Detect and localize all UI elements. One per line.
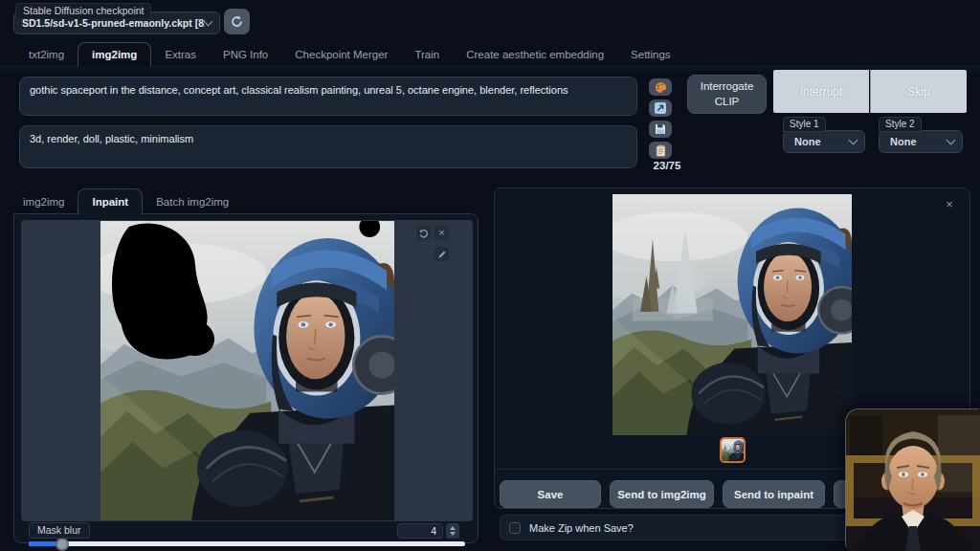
close-gallery-button[interactable]: × <box>942 196 957 211</box>
inpaint-canvas[interactable]: × <box>21 220 473 521</box>
stable-diffusion-webui: Stable Diffusion checkpoint SD1.5/sd-v1-… <box>0 0 980 551</box>
brush-size-button[interactable] <box>434 247 449 261</box>
tab-create-aesthetic-embedding[interactable]: Create aesthetic embedding <box>453 43 617 66</box>
checkpoint-label: Stable Diffusion checkpoint <box>15 3 151 18</box>
interrogate-clip-line1: Interrogate <box>701 79 754 95</box>
apply-style-button[interactable] <box>649 142 672 159</box>
undo-icon <box>419 229 429 238</box>
make-zip-label: Make Zip when Save? <box>529 522 634 534</box>
make-zip-checkbox[interactable] <box>509 522 521 534</box>
spinner-up-icon <box>450 526 456 530</box>
apply-style-icon <box>656 144 666 157</box>
chevron-down-icon <box>947 135 956 144</box>
mask-blur-spinner[interactable] <box>446 523 459 539</box>
mask-blur-label: Mask blur <box>29 522 90 539</box>
interrupt-button[interactable]: Interrupt <box>773 70 869 113</box>
interrogate-deepbooru-button[interactable] <box>649 78 672 96</box>
palette-icon <box>655 81 667 94</box>
style1-label: Style 1 <box>783 117 826 132</box>
tab-train[interactable]: Train <box>401 43 453 66</box>
tab-png-info[interactable]: PNG Info <box>210 43 281 66</box>
save-style-icon <box>655 123 666 135</box>
save-button[interactable]: Save <box>500 480 601 508</box>
main-tab-bar: txt2img img2img Extras PNG Info Checkpoi… <box>0 40 980 67</box>
prompt-input[interactable]: gothic spaceport in the distance, concep… <box>19 77 637 116</box>
chevron-down-icon <box>204 16 213 26</box>
send-to-img2img-button[interactable]: Send to img2img <box>610 480 714 508</box>
mode-tab-batch-img2img[interactable]: Batch img2img <box>143 189 242 214</box>
tab-extras[interactable]: Extras <box>151 43 210 66</box>
presenter-portrait-image <box>846 409 980 551</box>
interrogate-clip-button[interactable]: Interrogate CLIP <box>687 75 767 114</box>
reload-checkpoint-button[interactable] <box>224 9 250 34</box>
mode-tab-inpaint[interactable]: Inpaint <box>78 188 143 215</box>
refresh-icon <box>230 14 244 29</box>
inpaint-source-image[interactable] <box>100 221 394 520</box>
tab-checkpoint-merger[interactable]: Checkpoint Merger <box>281 43 401 66</box>
result-thumbnail-image <box>722 439 744 461</box>
paste-arrow-icon <box>655 102 666 114</box>
mask-blur-number-input[interactable]: 4 <box>397 523 443 539</box>
paste-generation-params-button[interactable] <box>649 99 672 117</box>
mask-blur-slider-handle[interactable] <box>56 538 69 551</box>
undo-mask-button[interactable] <box>416 226 431 240</box>
mask-blur-slider[interactable] <box>29 541 465 546</box>
style2-dropdown[interactable]: None <box>879 130 963 153</box>
save-style-button[interactable] <box>649 121 672 138</box>
checkpoint-value: SD1.5/sd-v1-5-pruned-emaonly.ckpt [81761… <box>22 17 205 29</box>
mode-tab-img2img[interactable]: img2img <box>10 189 78 214</box>
skip-button[interactable]: Skip <box>870 70 967 113</box>
negative-prompt-input[interactable]: 3d, render, doll, plastic, minimalism <box>19 125 637 168</box>
tab-settings[interactable]: Settings <box>617 43 684 66</box>
tab-img2img[interactable]: img2img <box>78 42 151 67</box>
img2img-mode-tabs: img2img Inpaint Batch img2img <box>10 186 242 214</box>
style2-value: None <box>890 136 947 147</box>
spinner-down-icon <box>450 532 456 536</box>
clear-image-button[interactable]: × <box>434 226 449 240</box>
chevron-down-icon <box>849 135 858 144</box>
close-icon: × <box>946 197 953 211</box>
interrogate-clip-line2: CLIP <box>715 95 740 110</box>
style1-dropdown[interactable]: None <box>783 130 865 153</box>
token-counter: 23/75 <box>647 160 687 171</box>
presenter-webcam-overlay <box>846 409 980 551</box>
send-to-inpaint-button[interactable]: Send to inpaint <box>723 480 825 508</box>
result-image[interactable] <box>612 194 852 435</box>
style2-label: Style 2 <box>879 117 922 132</box>
brush-icon <box>437 250 447 259</box>
tab-txt2img[interactable]: txt2img <box>15 43 78 66</box>
close-icon: × <box>438 228 444 238</box>
style1-value: None <box>794 136 850 147</box>
result-thumbnail-selected[interactable] <box>720 437 746 463</box>
